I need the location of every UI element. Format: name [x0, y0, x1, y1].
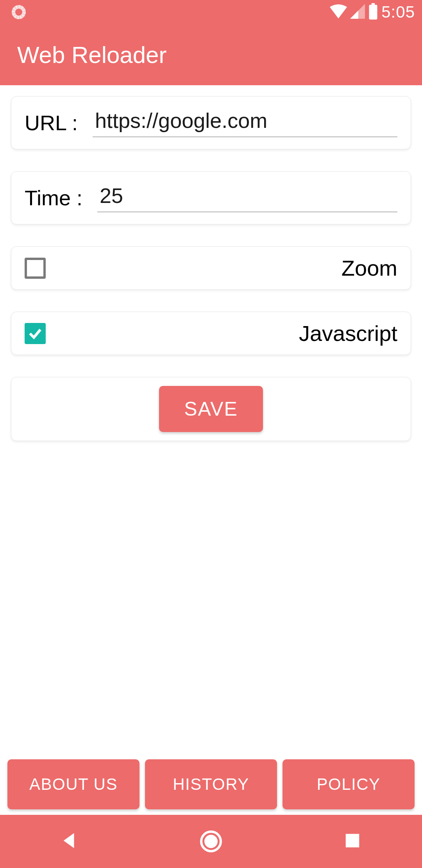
- url-card: URL :: [11, 96, 411, 149]
- main-content: URL : Time : Zoom Javascript SAVE: [0, 85, 422, 441]
- nav-recent-icon[interactable]: [343, 832, 361, 851]
- battery-icon: [368, 3, 378, 21]
- system-nav-bar: [0, 815, 422, 868]
- app-title: Web Reloader: [17, 41, 166, 68]
- svg-rect-2: [345, 834, 359, 848]
- javascript-checkbox[interactable]: [25, 323, 46, 344]
- save-card: SAVE: [11, 377, 411, 441]
- status-bar: 5:05: [0, 0, 422, 24]
- cellular-icon: [350, 4, 365, 20]
- footer-buttons: ABOUT US HISTORY POLICY: [7, 759, 415, 809]
- svg-rect-0: [372, 3, 375, 5]
- url-label: URL :: [25, 111, 78, 135]
- policy-button[interactable]: POLICY: [283, 759, 415, 809]
- history-button[interactable]: HISTORY: [145, 759, 277, 809]
- time-card: Time :: [11, 171, 411, 224]
- url-input[interactable]: [93, 108, 397, 137]
- zoom-label: Zoom: [342, 255, 397, 281]
- javascript-card[interactable]: Javascript: [11, 312, 411, 355]
- time-label: Time :: [25, 186, 82, 210]
- app-bar: Web Reloader: [0, 24, 422, 85]
- nav-home-icon[interactable]: [200, 830, 222, 852]
- wifi-icon: [330, 4, 347, 20]
- zoom-card[interactable]: Zoom: [11, 246, 411, 290]
- status-clock: 5:05: [381, 3, 415, 22]
- time-input[interactable]: [97, 183, 397, 212]
- about-us-button[interactable]: ABOUT US: [7, 759, 139, 809]
- javascript-label: Javascript: [299, 321, 397, 346]
- nav-back-icon[interactable]: [61, 832, 79, 851]
- svg-rect-1: [369, 5, 377, 20]
- zoom-checkbox[interactable]: [25, 258, 46, 279]
- save-button[interactable]: SAVE: [159, 386, 263, 432]
- loading-icon: [12, 5, 26, 19]
